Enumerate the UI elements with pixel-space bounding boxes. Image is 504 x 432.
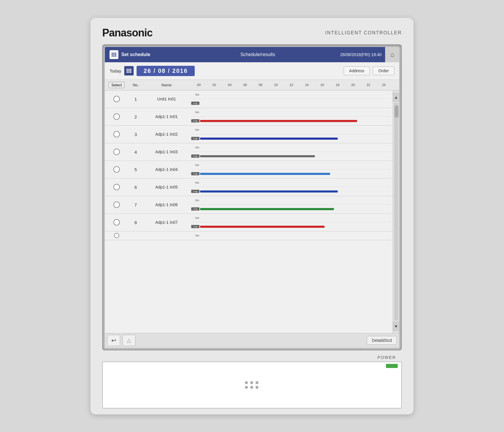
back-button[interactable]: ↩	[107, 335, 120, 346]
row-2-chart: Set. Log	[190, 108, 393, 125]
row-9-select	[105, 233, 128, 238]
col-name-header: Name	[143, 83, 190, 87]
col-chart-header: 00 02 04 06 08 10 12 14 16 18 20 22	[190, 83, 393, 87]
row-8-radio[interactable]	[113, 219, 120, 226]
row-1-name: Unit1 In01	[143, 97, 190, 101]
row-2-bar-area	[200, 117, 392, 125]
time-18: 18	[330, 83, 345, 87]
row-5-bar	[200, 173, 330, 175]
time-10: 10	[268, 83, 283, 87]
scroll-down-button[interactable]: ▼	[393, 322, 399, 331]
row-8-bar	[200, 226, 325, 228]
date-picker-icon[interactable]	[124, 66, 134, 75]
calendar-icon	[110, 50, 118, 59]
row-5-bar-area	[200, 169, 392, 178]
dot-6	[256, 386, 258, 389]
select-button[interactable]: Select	[109, 82, 125, 88]
header-left: Set schedule	[105, 47, 175, 62]
table-row: 3 Adp1-1 In02 Set. Log	[105, 126, 393, 143]
row-5-name: Adp1-1 In04	[143, 167, 190, 172]
row-8-name: Adp1-1 In07	[143, 220, 190, 225]
row-9-chart: Set.	[190, 231, 393, 240]
dot-2	[250, 381, 253, 384]
time-02: 02	[206, 83, 222, 87]
row-3-name: Adp1-1 In02	[143, 132, 190, 137]
row-5-no: 5	[128, 167, 143, 172]
row-7-select	[105, 201, 128, 208]
row-6-bar	[200, 190, 338, 192]
date-row: Today 26 / 08 / 2016 Address Order	[105, 62, 399, 80]
row-1-radio[interactable]	[113, 96, 120, 102]
row-4-radio[interactable]	[113, 149, 120, 155]
scroll-up-button[interactable]: ▲	[393, 93, 399, 102]
scrollbar: ▲ ▼	[393, 90, 399, 333]
detail-scd-button[interactable]: DetaildScd	[367, 336, 397, 345]
row-8-bar-area	[200, 222, 392, 231]
row-1-no: 1	[128, 97, 143, 102]
row-2-name: Adp1-1 In01	[143, 114, 190, 119]
row-4-chart: Set. Log	[190, 143, 393, 161]
header-title: Set schedule	[121, 52, 150, 57]
row-5-radio[interactable]	[113, 166, 120, 173]
col-no-header: No.	[128, 83, 143, 87]
row-3-chart: Set. Log	[190, 126, 393, 143]
home-button[interactable]: ⌂	[385, 47, 399, 62]
row-4-no: 4	[128, 149, 143, 154]
col-select-header: Select	[105, 82, 128, 88]
address-button[interactable]: Address	[344, 66, 370, 75]
row-2-select	[105, 113, 128, 120]
table-row: 1 Unit1 In01 Set.	[105, 90, 393, 108]
screen: Set schedule Schedule/results 26/08/2016…	[102, 44, 402, 350]
time-22: 22	[361, 83, 376, 87]
footer-bar: ↩ △ DetaildScd	[105, 333, 399, 348]
warning-button[interactable]: △	[122, 335, 135, 346]
row-6-radio[interactable]	[113, 184, 120, 190]
row-3-bar	[200, 137, 338, 139]
time-00: 00	[191, 83, 206, 87]
row-4-name: Adp1-1 In03	[143, 149, 190, 154]
row-7-no: 7	[128, 202, 143, 207]
row-7-bar-area	[200, 205, 392, 214]
row-6-no: 6	[128, 185, 143, 190]
scroll-track	[394, 103, 398, 321]
time-08: 08	[253, 83, 268, 87]
row-3-bar-area	[200, 134, 392, 143]
time-20: 20	[345, 83, 361, 87]
brand-logo: Panasonic	[102, 27, 152, 39]
row-2-radio[interactable]	[113, 113, 120, 120]
time-14: 14	[299, 83, 314, 87]
brand-row: Panasonic INTELLIGENT CONTROLLER	[102, 27, 402, 39]
screen-inner: Set schedule Schedule/results 26/08/2016…	[105, 47, 399, 348]
table-row: 6 Adp1-1 In05 Set. Log	[105, 179, 393, 196]
time-12: 12	[284, 83, 299, 87]
row-8-chart: Set. Log	[190, 214, 393, 231]
scroll-thumb[interactable]	[394, 106, 399, 117]
row-9-radio[interactable]	[114, 233, 119, 238]
row-8-no: 8	[128, 220, 143, 225]
row-8-select	[105, 219, 128, 226]
row-7-name: Adp1-1 In06	[143, 202, 190, 207]
power-label: POWER	[377, 355, 402, 360]
table-row: 8 Adp1-1 In07 Set. Log	[105, 214, 393, 231]
table-area: Select No. Name 00 02 04 06 08 10 12	[105, 80, 399, 348]
order-button[interactable]: Order	[373, 66, 394, 75]
table-row: 7 Adp1-1 In06 Set. Log	[105, 196, 393, 214]
row-1-select	[105, 96, 128, 102]
row-4-bar	[200, 155, 315, 157]
outer-panel: Panasonic INTELLIGENT CONTROLLER Set sch…	[90, 18, 414, 414]
row-1-chart: Set. Log	[190, 90, 393, 108]
row-6-chart: Set. Log	[190, 179, 393, 196]
dot-1	[245, 381, 248, 384]
home-icon: ⌂	[390, 51, 394, 58]
table-header-row: Select No. Name 00 02 04 06 08 10 12	[105, 80, 399, 90]
row-7-chart: Set. Log	[190, 196, 393, 214]
row-7-radio[interactable]	[113, 201, 120, 208]
row-2-no: 2	[128, 114, 143, 119]
row-3-radio[interactable]	[113, 131, 120, 137]
dot-4	[245, 386, 248, 389]
dot-5	[250, 386, 253, 389]
row-6-select	[105, 184, 128, 190]
row-2-bar	[200, 120, 357, 122]
time-24: 24	[376, 83, 392, 87]
data-rows: 1 Unit1 In01 Set.	[105, 90, 393, 333]
